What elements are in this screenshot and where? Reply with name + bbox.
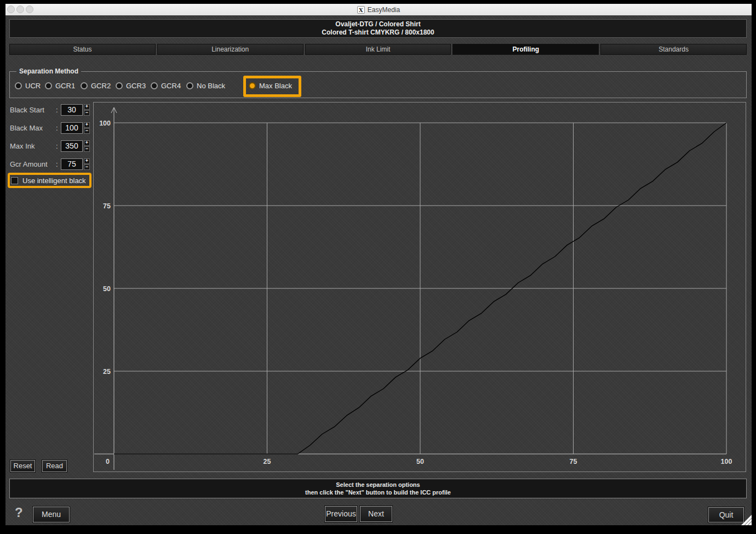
radio-max-black-circle	[249, 82, 256, 89]
radio-gcr4-label: GCR4	[161, 82, 181, 90]
previous-button[interactable]: Previous	[325, 506, 357, 522]
svg-text:75: 75	[570, 458, 577, 465]
black-start-label: Black Start	[10, 106, 54, 114]
svg-text:100: 100	[721, 458, 732, 465]
status-message-line1: Select the separation options	[336, 481, 420, 488]
separation-curve-chart: 2550751000255075100	[94, 103, 746, 471]
tab-ink-limit[interactable]: Ink Limit	[305, 44, 451, 55]
job-header: Ovaljet-DTG / Colored Shirt Colored T-sh…	[9, 19, 747, 38]
radio-ucr-label: UCR	[25, 82, 41, 90]
black-max-spinner: + −	[84, 122, 90, 134]
help-icon[interactable]: ?	[15, 505, 23, 520]
svg-text:25: 25	[103, 368, 111, 376]
tab-standards[interactable]: Standards	[600, 44, 747, 55]
tab-bar: Status Linearization Ink Limit Profiling…	[9, 44, 747, 55]
x11-app-icon: X	[357, 6, 365, 14]
intelligent-black-label: Use intelligent black	[22, 177, 86, 185]
radio-gcr1-label: GCR1	[55, 82, 75, 90]
separation-method-legend: Separation Method	[16, 67, 81, 75]
radio-max-black-label: Max Black	[259, 82, 292, 90]
reset-button[interactable]: Reset	[10, 460, 35, 472]
status-message: Select the separation options then click…	[9, 479, 747, 498]
radio-gcr1-circle	[45, 82, 52, 89]
black-start-spinner: + −	[84, 104, 90, 116]
svg-text:50: 50	[416, 458, 424, 465]
max-ink-spinner: + −	[84, 140, 90, 152]
read-button[interactable]: Read	[42, 460, 67, 472]
radio-no-black[interactable]: No Black	[186, 78, 225, 93]
radio-gcr3-label: GCR3	[126, 82, 146, 90]
radio-ucr[interactable]: UCR	[15, 78, 41, 93]
radio-no-black-label: No Black	[197, 82, 225, 90]
max-ink-label: Max Ink	[10, 142, 54, 150]
radio-gcr2-circle	[81, 82, 88, 89]
radio-gcr3[interactable]: GCR3	[116, 78, 146, 93]
spin-down-icon[interactable]: −	[84, 128, 90, 134]
easymedia-window: X EasyMedia Ovaljet-DTG / Colored Shirt …	[5, 4, 752, 525]
spin-up-icon[interactable]: +	[84, 104, 90, 110]
svg-text:50: 50	[103, 285, 111, 293]
radio-ucr-circle	[15, 82, 22, 89]
colon: :	[56, 106, 58, 114]
job-header-line2: Colored T-shirt CMYKRG / 800x1800	[322, 29, 434, 37]
radio-gcr4-circle	[151, 82, 158, 89]
radio-gcr2-label: GCR2	[91, 82, 111, 90]
max-ink-input[interactable]: 350	[61, 140, 83, 152]
radio-gcr2[interactable]: GCR2	[81, 78, 111, 93]
gcr-amount-input[interactable]: 75	[61, 158, 83, 170]
tab-linearization[interactable]: Linearization	[157, 44, 303, 55]
spin-up-icon[interactable]: +	[84, 122, 90, 128]
colon: :	[56, 160, 58, 168]
next-button[interactable]: Next	[360, 506, 392, 522]
tab-profiling[interactable]: Profiling	[453, 44, 599, 55]
radio-no-black-circle	[186, 82, 193, 89]
gcr-amount-label: Gcr Amount	[10, 160, 54, 168]
separation-method-group: Separation Method UCR GCR1 GCR2 GCR3 GCR…	[9, 71, 747, 98]
svg-text:0: 0	[106, 458, 110, 465]
svg-text:75: 75	[103, 202, 111, 210]
title-wrap: X EasyMedia	[5, 4, 752, 15]
black-start-input[interactable]: 30	[61, 104, 83, 116]
intelligent-black-option[interactable]: Use intelligent black	[11, 175, 86, 185]
separation-curve-panel: 2550751000255075100	[93, 102, 746, 472]
menu-button[interactable]: Menu	[33, 507, 70, 522]
job-header-line1: Ovaljet-DTG / Colored Shirt	[335, 20, 420, 29]
black-max-label: Black Max	[10, 124, 54, 132]
resize-grip-icon[interactable]	[741, 514, 752, 525]
status-message-line2: then click the "Next" button to build th…	[305, 488, 451, 496]
spin-up-icon[interactable]: +	[84, 140, 90, 146]
black-max-input[interactable]: 100	[61, 122, 83, 134]
spin-up-icon[interactable]: +	[84, 158, 90, 164]
spin-down-icon[interactable]: −	[84, 146, 90, 152]
window-title: EasyMedia	[368, 6, 400, 14]
quit-button[interactable]: Quit	[708, 507, 744, 522]
spin-down-icon[interactable]: −	[84, 164, 90, 170]
colon: :	[56, 142, 58, 150]
svg-text:100: 100	[99, 120, 111, 127]
gcr-amount-spinner: + −	[84, 158, 90, 170]
spin-down-icon[interactable]: −	[84, 110, 90, 116]
radio-gcr3-circle	[116, 82, 123, 89]
radio-gcr1[interactable]: GCR1	[45, 78, 75, 93]
intelligent-black-checkbox[interactable]	[11, 177, 18, 184]
colon: :	[56, 124, 58, 132]
svg-text:25: 25	[264, 458, 271, 465]
radio-gcr4[interactable]: GCR4	[151, 78, 181, 93]
title-bar: X EasyMedia	[5, 4, 752, 15]
tab-status[interactable]: Status	[9, 44, 156, 55]
radio-max-black[interactable]: Max Black	[249, 78, 292, 93]
